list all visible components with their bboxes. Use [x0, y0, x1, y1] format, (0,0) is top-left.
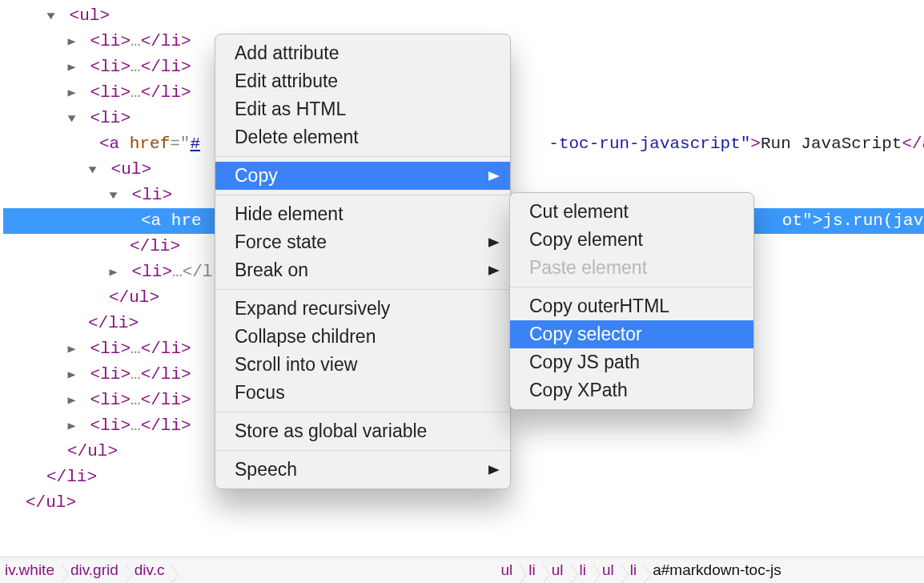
attr-href: href [130, 135, 170, 153]
menu-expand-recursively[interactable]: Expand recursively [215, 295, 510, 323]
tag-li[interactable]: <li> [90, 365, 131, 384]
expand-toggle-icon[interactable] [68, 29, 82, 54]
breadcrumb[interactable]: iv.white div.grid div.c ul li ul li ul l… [0, 557, 924, 583]
menu-separator [215, 156, 510, 157]
menu-collapse-children[interactable]: Collapse children [215, 323, 510, 351]
menu-copy-js-path[interactable]: Copy JS path [510, 348, 753, 376]
menu-edit-attribute[interactable]: Edit attribute [215, 67, 510, 95]
crumb[interactable]: li [625, 561, 648, 579]
crumb[interactable]: ul [597, 561, 625, 579]
tag-li-open[interactable]: <li> [90, 109, 131, 127]
crumb[interactable]: li [575, 561, 597, 579]
expand-toggle-icon[interactable] [110, 183, 123, 208]
expand-toggle-icon[interactable] [68, 336, 82, 362]
submenu-arrow-icon: ▶ [488, 462, 500, 476]
menu-separator [215, 450, 510, 451]
tag-li-close[interactable]: </li> [130, 237, 180, 255]
tag-li-close[interactable]: </li> [46, 468, 97, 486]
eq-quote: =" [170, 135, 190, 153]
crumb-selected[interactable]: a#markdown-toc-js [648, 561, 793, 579]
menu-separator [215, 195, 510, 195]
menu-edit-as-html[interactable]: Edit as HTML [215, 95, 510, 123]
tag-li[interactable]: <li> [90, 416, 131, 435]
tag-li-open[interactable]: <li> [132, 186, 172, 204]
expand-toggle-icon[interactable] [89, 157, 102, 183]
tag-li[interactable]: <li> [90, 340, 131, 358]
href-value-tail: ot" [782, 211, 813, 230]
tag-li-close: </li> [141, 391, 191, 409]
menu-scroll-into-view[interactable]: Scroll into view [215, 351, 510, 379]
anchor-text: Run JavaScript [761, 135, 902, 153]
ellipsis: … [131, 391, 141, 409]
ellipsis: … [131, 340, 141, 358]
menu-store-as-global[interactable]: Store as global variable [215, 417, 510, 445]
close-angle: > [750, 135, 761, 153]
tag-li[interactable]: <li> [90, 391, 131, 409]
ellipsis: … [131, 365, 141, 384]
menu-speech[interactable]: Speech▶ [215, 456, 510, 484]
ellipsis: … [131, 416, 141, 435]
menu-copy-selector[interactable]: Copy selector [510, 320, 753, 348]
menu-paste-element: Paste element [510, 254, 753, 282]
menu-separator [215, 289, 510, 290]
crumb[interactable]: div.grid [66, 561, 130, 579]
menu-delete-element[interactable]: Delete element [215, 123, 510, 151]
tag-ul-close[interactable]: </ul> [26, 493, 76, 512]
close-angle: > [813, 211, 823, 230]
menu-copy-element[interactable]: Copy element [510, 226, 753, 254]
crumb[interactable]: iv.white [0, 561, 66, 579]
menu-separator [510, 287, 753, 287]
tag-li-close: </li> [141, 83, 191, 102]
tag-a-close: </a> [902, 135, 924, 153]
tag-li-close: </li> [141, 416, 191, 435]
expand-toggle-icon[interactable] [110, 259, 123, 285]
tag-li[interactable]: <li> [132, 263, 172, 281]
expand-toggle-icon[interactable] [68, 413, 82, 439]
crumb[interactable]: li [524, 561, 546, 579]
crumb[interactable]: ul [496, 561, 524, 579]
tag-li[interactable]: <li> [90, 83, 131, 102]
ellipsis: … [131, 32, 141, 50]
ellipsis: … [172, 263, 183, 281]
context-submenu-copy: Cut element Copy element Paste element C… [509, 192, 754, 410]
expand-toggle-icon[interactable] [68, 106, 82, 131]
menu-break-on[interactable]: Break on▶ [215, 256, 510, 284]
ellipsis: … [131, 58, 141, 76]
tag-ul-open[interactable]: <ul> [111, 160, 151, 179]
tag-li-close: </li> [141, 340, 191, 358]
expand-toggle-icon[interactable] [68, 54, 82, 80]
expand-toggle-icon[interactable] [68, 362, 82, 388]
tag-li-close[interactable]: </li> [88, 314, 139, 332]
menu-add-attribute[interactable]: Add attribute [215, 39, 510, 67]
tag-li[interactable]: <li> [90, 32, 131, 50]
menu-hide-element[interactable]: Hide element [215, 200, 510, 228]
submenu-arrow-icon: ▶ [488, 235, 500, 249]
href-value[interactable]: # [190, 135, 200, 153]
menu-cut-element[interactable]: Cut element [510, 198, 753, 226]
submenu-arrow-icon: ▶ [488, 168, 500, 183]
crumb[interactable]: ul [547, 561, 575, 579]
crumb[interactable]: div.c [130, 561, 176, 579]
expand-toggle-icon[interactable] [68, 388, 82, 413]
tag-a[interactable]: <a [99, 135, 119, 153]
menu-copy-xpath[interactable]: Copy XPath [510, 376, 753, 404]
menu-focus[interactable]: Focus [215, 379, 510, 407]
href-value-tail: -toc-run-javascript" [548, 135, 750, 153]
tag-li[interactable]: <li> [90, 58, 131, 76]
anchor-text: js.run(javasc [822, 211, 924, 230]
tag-li-close: </li> [141, 58, 191, 76]
menu-force-state[interactable]: Force state▶ [215, 228, 510, 256]
tag-ul-close[interactable]: </ul> [109, 288, 159, 307]
tag-ul-open[interactable]: <ul> [70, 6, 110, 25]
expand-toggle-icon[interactable] [47, 3, 61, 29]
menu-copy[interactable]: Copy▶ [215, 162, 510, 190]
submenu-arrow-icon: ▶ [488, 263, 500, 277]
menu-separator [215, 412, 510, 412]
ellipsis: … [131, 83, 141, 102]
tag-ul-close[interactable]: </ul> [67, 442, 118, 460]
menu-copy-outerhtml[interactable]: Copy outerHTML [510, 292, 753, 320]
tag-li-close: </li> [141, 32, 191, 50]
expand-toggle-icon[interactable] [68, 80, 82, 106]
tag-li-close: </li> [141, 365, 191, 384]
attr-href: hre [171, 211, 202, 230]
